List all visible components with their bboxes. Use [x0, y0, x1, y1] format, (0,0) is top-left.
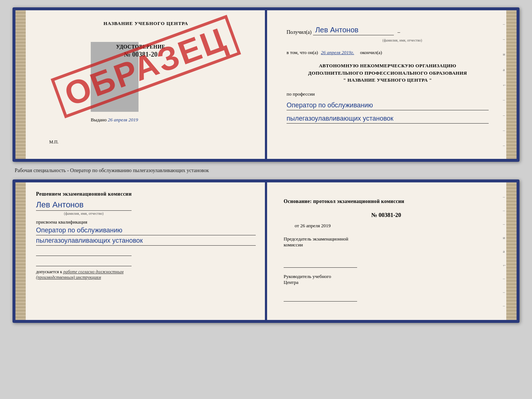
date-value: 26 апреля 2019г. — [321, 50, 354, 56]
side-marks2-right: – – – и а ‹- – – – — [503, 190, 506, 313]
admission-prefix: допускается к — [36, 269, 62, 274]
chairman-label: Председатель экзаменационной комиссии — [284, 236, 489, 248]
org-line1: АВТОНОМНУЮ НЕКОММЕРЧЕСКУЮ ОРГАНИЗАЦИЮ — [287, 62, 489, 70]
school-name-top: НАЗВАНИЕ УЧЕБНОГО ЦЕНТРА — [104, 21, 188, 26]
right-page-content: Получил(а) Лев Антонов – (фамилия, имя, … — [276, 19, 496, 130]
protocol-number: № 00381-20 — [284, 212, 489, 218]
protocol-date-prefix: от — [295, 223, 299, 228]
director-signature-line — [284, 293, 357, 302]
recipient-row: Получил(а) Лев Антонов – — [287, 26, 489, 35]
top-left-page: НАЗВАНИЕ УЧЕБНОГО ЦЕНТРА УДОСТОВЕРЕНИЕ №… — [15, 10, 266, 159]
profession-label: по профессии — [287, 91, 489, 97]
bottom-right-page: Основание: протокол экзаменационной коми… — [266, 182, 517, 320]
bottom-left-page: Решением экзаменационной комиссии Лев Ан… — [15, 182, 266, 320]
date-row: в том, что он(а) 26 апреля 2019г. окончи… — [287, 50, 489, 56]
cert-number: № 00381-20 — [111, 51, 170, 58]
admission-italic2: (производственным) инструкциям — [36, 275, 101, 280]
decision-text: Решением экзаменационной комиссии — [36, 191, 256, 197]
fio-hint-top: (фамилия, имя, отчество) — [316, 38, 489, 42]
date-suffix: окончил(а) — [360, 50, 382, 56]
bottom-booklet: Решением экзаменационной комиссии Лев Ан… — [12, 179, 520, 323]
basis-text: Основание: протокол экзаменационной коми… — [284, 199, 489, 204]
director-label1: Руководитель учебного — [284, 274, 489, 279]
admission-italic: работе согласно должностным — [63, 269, 123, 274]
top-booklet: НАЗВАНИЕ УЧЕБНОГО ЦЕНТРА УДОСТОВЕРЕНИЕ №… — [12, 7, 520, 162]
bottom-left-content: Решением экзаменационной комиссии Лев Ан… — [36, 191, 256, 280]
chairman-signature-line — [284, 259, 357, 268]
bottom-right-content: Основание: протокол экзаменационной коми… — [280, 191, 496, 315]
side-marks-right: – – и а ‹- – – – – — [503, 18, 506, 152]
cert-title-block: УДОСТОВЕРЕНИЕ № 00381-20 — [111, 44, 170, 58]
profession-value2: пылегазоулавливающих установок — [287, 115, 489, 124]
recipient-name: Лев Антонов — [313, 26, 394, 35]
date-prefix: в том, что он(а) — [287, 50, 318, 56]
qualification-value2: пылегазоулавливающих установок — [36, 237, 256, 246]
protocol-date: от 26 апреля 2019 — [284, 223, 489, 229]
cert-title: УДОСТОВЕРЕНИЕ — [111, 44, 170, 50]
fio-hint2: (фамилия, имя, отчество) — [36, 211, 132, 215]
org-line3: " НАЗВАНИЕ УЧЕБНОГО ЦЕНТРА " — [287, 76, 489, 84]
top-right-page: Получил(а) Лев Антонов – (фамилия, имя, … — [266, 10, 517, 159]
org-block: АВТОНОМНУЮ НЕКОММЕРЧЕСКУЮ ОРГАНИЗАЦИЮ ДО… — [287, 62, 489, 84]
middle-label: Рабочая специальность - Оператор по обсл… — [15, 168, 209, 174]
chairman-label2: комиссии — [284, 242, 489, 248]
cert-issued-row: Выдано 26 апреля 2019 — [91, 117, 201, 123]
director-label2: Центра — [284, 279, 489, 285]
qualification-value1: Оператор по обслуживанию — [36, 227, 256, 235]
extra-line1 — [36, 249, 132, 256]
protocol-date-value: 26 апреля 2019 — [300, 223, 331, 228]
issued-date: 26 апреля 2019 — [108, 117, 138, 122]
cert-block: УДОСТОВЕРЕНИЕ № 00381-20 ОБРАЗЕЦ Выдано … — [91, 31, 201, 127]
stamp-text: ОБРАЗЕЦ — [51, 15, 241, 118]
chairman-label1: Председатель экзаменационной — [284, 236, 489, 242]
recipient-label: Получил(а) — [287, 29, 312, 35]
mp-label: М.П. — [49, 139, 58, 145]
extra-line2 — [36, 259, 132, 266]
qualification-label: присвоена квалификация — [36, 219, 256, 225]
person-name2: Лев Антонов — [36, 200, 132, 211]
org-line2: ДОПОЛНИТЕЛЬНОГО ПРОФЕССИОНАЛЬНОГО ОБРАЗО… — [287, 70, 489, 77]
director-label: Руководитель учебного Центра — [284, 274, 489, 285]
admission-text: допускается к работе согласно должностны… — [36, 269, 256, 280]
issued-label: Выдано — [91, 117, 107, 122]
left-page-content: НАЗВАНИЕ УЧЕБНОГО ЦЕНТРА УДОСТОВЕРЕНИЕ №… — [36, 19, 256, 150]
profession-value1: Оператор по обслуживанию — [287, 101, 489, 110]
